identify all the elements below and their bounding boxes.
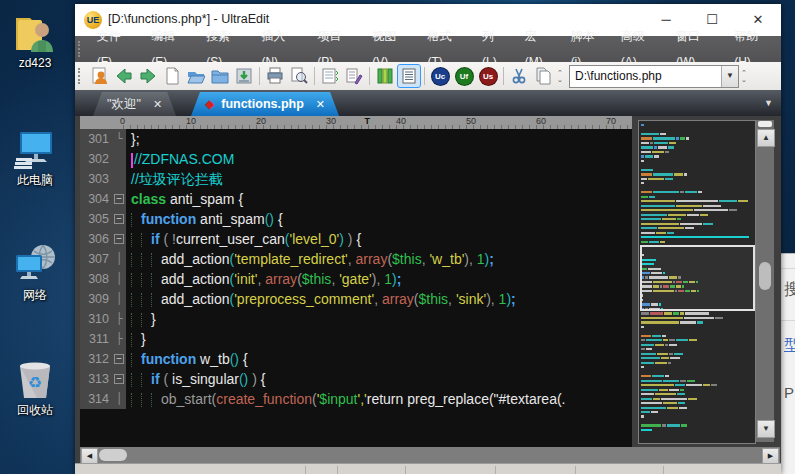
token: ; xyxy=(489,251,494,267)
token: ( ! xyxy=(160,231,176,247)
ultracompare-icon[interactable]: Uc xyxy=(429,65,451,87)
fold-collapse-icon[interactable]: − xyxy=(112,229,126,249)
minimap-line xyxy=(641,128,753,130)
code-editor[interactable]: 301└};302//ZDFNAS.COM303//垃圾评论拦截304−clas… xyxy=(80,129,632,447)
scroll-down-icon[interactable]: ▼ xyxy=(757,420,775,438)
open-ftp-icon[interactable] xyxy=(89,65,111,87)
minimap-line xyxy=(641,146,753,148)
scroll-right-icon[interactable]: ▶ xyxy=(762,448,779,464)
code-line[interactable]: 302//ZDFNAS.COM xyxy=(80,149,632,169)
ultrafinder-icon[interactable]: Uf xyxy=(453,65,475,87)
vertical-scrollbar[interactable]: ▲ ▼ xyxy=(756,120,774,442)
token: 'template_redirect' xyxy=(234,251,348,267)
print-preview-icon[interactable] xyxy=(288,65,310,87)
code-text: }; xyxy=(126,129,632,149)
code-line[interactable]: 314│ob_start(create_function('$input','r… xyxy=(80,389,632,409)
ultrasuite-icon[interactable]: Us xyxy=(477,65,499,87)
token: { xyxy=(261,371,266,387)
toolbar-grip xyxy=(78,68,85,84)
code-line[interactable]: 306−if ( !current_user_can('level_0') ) … xyxy=(80,229,632,249)
code-line[interactable]: 313−if ( is_singular() ) { xyxy=(80,369,632,389)
combobox-dropdown-icon[interactable]: ▼ xyxy=(721,66,738,87)
token: 'gate' xyxy=(339,271,372,287)
ultraedit-window: UE [D:\functions.php*] - UltraEdit ─ ☐ ✕… xyxy=(75,4,781,474)
code-text: add_action('preprocess_comment', array($… xyxy=(126,289,632,309)
code-line[interactable]: 307│add_action('template_redirect', arra… xyxy=(80,249,632,269)
column-mode-icon[interactable] xyxy=(374,65,396,87)
ruler-number: 30 xyxy=(326,116,336,126)
fold-collapse-icon[interactable]: − xyxy=(112,369,126,389)
code-line[interactable]: 305−function anti_spam() { xyxy=(80,209,632,229)
ruler-number: 70 xyxy=(606,116,616,126)
minimap-line xyxy=(641,155,753,157)
scrollbar-thumb[interactable] xyxy=(759,262,771,290)
desktop-icon-this-pc[interactable]: 此电脑 xyxy=(3,128,67,189)
tab-label: "欢迎" xyxy=(107,96,141,113)
token: //垃圾评论拦截 xyxy=(131,171,223,187)
indent-guide xyxy=(151,293,161,307)
code-line[interactable]: 301└}; xyxy=(80,129,632,149)
print-icon[interactable] xyxy=(264,65,286,87)
code-line[interactable]: 308│add_action('init', array($this, 'gat… xyxy=(80,269,632,289)
code-line[interactable]: 311├} xyxy=(80,329,632,349)
tab-functions-php[interactable]: ◆ functions.php ✕ xyxy=(191,92,339,116)
tab-welcome[interactable]: "欢迎" ✕ xyxy=(93,92,176,116)
scrollbar-slider[interactable] xyxy=(758,121,772,127)
new-file-icon[interactable] xyxy=(161,65,183,87)
function-list-icon[interactable] xyxy=(398,65,420,87)
background-window-text: P xyxy=(784,384,794,401)
code-line[interactable]: 312−function w_tb() { xyxy=(80,349,632,369)
tab-label: functions.php xyxy=(221,97,304,111)
back-icon[interactable] xyxy=(113,65,135,87)
code-line[interactable]: 303//垃圾评论拦截 xyxy=(80,169,632,189)
horizontal-scrollbar[interactable]: ◀ ▶ xyxy=(80,447,780,463)
token: array xyxy=(265,271,297,287)
token: , xyxy=(448,291,456,307)
minimap[interactable] xyxy=(638,120,756,444)
minimap-viewport[interactable] xyxy=(640,245,755,311)
indent-guide xyxy=(131,333,141,347)
copy-icon[interactable] xyxy=(532,65,554,87)
token: $input xyxy=(319,391,357,407)
fold-collapse-icon[interactable]: − xyxy=(112,189,126,209)
desktop-icon-network[interactable]: 网络 xyxy=(3,243,67,304)
minimap-line xyxy=(641,173,753,175)
code-line[interactable]: 309│add_action('preprocess_comment', arr… xyxy=(80,289,632,309)
close-folder-icon[interactable] xyxy=(209,65,231,87)
token: $this xyxy=(392,251,422,267)
token: function xyxy=(141,351,196,367)
cut-icon[interactable] xyxy=(508,65,530,87)
save-download-icon[interactable] xyxy=(233,65,255,87)
ruler-number: 60 xyxy=(536,116,546,126)
token: , xyxy=(374,291,382,307)
tab-list-dropdown-icon[interactable]: ▼ xyxy=(764,98,773,108)
fold-collapse-icon[interactable]: − xyxy=(112,209,126,229)
desktop-icon-user-folder[interactable]: zd423 xyxy=(3,12,67,70)
scrollbar-thumb[interactable] xyxy=(99,449,127,461)
status-bar xyxy=(75,463,781,474)
scroll-up-icon[interactable]: ▲ xyxy=(757,129,775,147)
fold-marker: │ xyxy=(112,389,126,409)
token: { xyxy=(239,351,248,367)
file-path-combobox[interactable]: D:\functions.php▼ xyxy=(569,65,739,88)
code-line[interactable]: 310├} xyxy=(80,309,632,329)
indent-guide xyxy=(151,253,161,267)
tab-close-icon[interactable]: ✕ xyxy=(316,98,325,111)
minimap-line xyxy=(641,424,753,426)
indent-guide xyxy=(131,233,141,247)
find-replace-icon[interactable] xyxy=(343,65,365,87)
tab-close-icon[interactable]: ✕ xyxy=(153,98,162,111)
code-line[interactable]: 304−class anti_spam { xyxy=(80,189,632,209)
indent-guide xyxy=(141,253,151,267)
open-folder-icon[interactable] xyxy=(185,65,207,87)
fold-collapse-icon[interactable]: − xyxy=(112,349,126,369)
background-window-link[interactable]: 型 xyxy=(784,336,795,355)
forward-icon[interactable] xyxy=(137,65,159,87)
format-document-icon[interactable] xyxy=(319,65,341,87)
scroll-left-icon[interactable]: ◀ xyxy=(81,448,98,464)
toolbar-overflow-chevron-icon[interactable]: ⌃ ⌄ xyxy=(739,69,749,83)
toolbar-overflow-chevron-icon[interactable]: ⌃ ⌄ xyxy=(555,69,565,83)
desktop-icon-recycle-bin[interactable]: ♻回收站 xyxy=(3,358,67,419)
token: ), xyxy=(464,251,476,267)
indent-guide xyxy=(131,353,141,367)
